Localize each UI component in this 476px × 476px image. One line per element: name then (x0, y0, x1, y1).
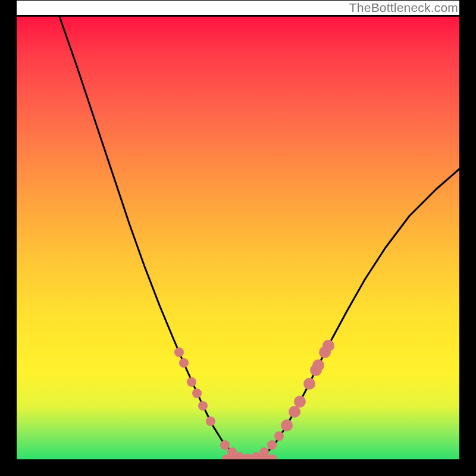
marker-right-5 (312, 359, 324, 371)
marker-bottom-7 (274, 431, 284, 441)
marker-left-4 (198, 401, 208, 411)
marker-bottom-0 (220, 440, 230, 450)
marker-left-5 (206, 416, 215, 426)
watermark-bar: TheBottleneck.com (17, 1, 459, 15)
watermark-text: TheBottleneck.com (349, 1, 458, 14)
marker-bottom-5 (259, 447, 269, 457)
marker-left-2 (187, 377, 196, 387)
marker-bottom-3 (243, 454, 253, 460)
marker-right-2 (294, 396, 306, 408)
main-curve (60, 17, 459, 458)
marker-right-1 (289, 406, 300, 418)
marker-right-0 (281, 419, 293, 431)
chart-svg (17, 17, 459, 459)
marker-left-0 (174, 347, 184, 357)
marker-bottom-6 (267, 440, 277, 450)
marker-left-1 (179, 358, 189, 368)
marker-left-3 (192, 389, 202, 398)
marker-right-7 (322, 340, 334, 352)
chart-frame: TheBottleneck.com (0, 0, 476, 476)
plot-area (17, 17, 459, 459)
marker-right-3 (303, 378, 315, 390)
